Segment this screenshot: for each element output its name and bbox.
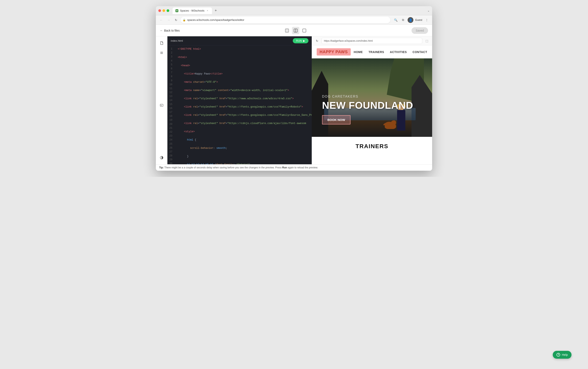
back-to-files-label: Back to files — [164, 29, 180, 32]
hp-trainers-section: TRAINERS — [312, 137, 432, 156]
list-svg-icon — [160, 51, 164, 55]
hp-hero-subtitle: DOG CARETAKERS — [322, 95, 413, 98]
search-icon[interactable]: 🔍 — [393, 17, 399, 23]
forward-button[interactable]: → — [166, 17, 172, 23]
list-icon[interactable] — [158, 50, 165, 56]
tip-text2: again to reload the preview. — [288, 166, 318, 169]
keyboard-icon[interactable] — [158, 102, 165, 109]
editor-sidebar — [156, 36, 167, 164]
preview-panel: ↻ ⬚ HAPPY PAWS HOME TRAINERS ACTIVITIES … — [312, 36, 432, 164]
tip-text: There might be a a couple of seconds del… — [164, 166, 282, 169]
editor-main: index.html RUN ▶ 12345 678910 1112131415… — [156, 36, 432, 164]
active-tab[interactable]: W Spaces - W3schools × — [173, 7, 212, 14]
contrast-svg-icon — [160, 156, 164, 160]
address-actions: 🔍 ⧉ 👤 Guest ⋮ — [393, 17, 430, 23]
traffic-lights — [158, 9, 169, 12]
hp-nav-links: HOME TRAINERS ACTIVITIES CONTACT — [354, 50, 427, 54]
extensions-icon[interactable]: ⧉ — [400, 17, 406, 23]
back-arrow-icon: ← — [160, 29, 163, 32]
tip-run-label: Run — [282, 166, 287, 169]
browser-menu-button[interactable]: ⋮ — [424, 17, 430, 23]
hp-nav-trainers[interactable]: TRAINERS — [369, 50, 384, 54]
window-controls: ⌄ — [427, 9, 430, 12]
layout-code-only-button[interactable] — [283, 27, 291, 34]
preview-external-link-button[interactable]: ⬚ — [424, 38, 430, 44]
refresh-button[interactable]: ↻ — [173, 17, 179, 23]
hp-navbar: HAPPY PAWS HOME TRAINERS ACTIVITIES CONT… — [312, 45, 432, 58]
run-label: RUN — [296, 39, 302, 42]
preview-url-input[interactable] — [322, 38, 422, 44]
code-area[interactable]: 12345 678910 1112131415 1617181920 21222… — [167, 45, 312, 164]
hp-book-now-button[interactable]: BOOK NOW — [322, 115, 351, 124]
new-tab-button[interactable]: + — [213, 8, 218, 13]
hp-hero-overlay: DOG CARETAKERS NEW FOUNDLAND BOOK NOW — [322, 95, 413, 124]
layout-buttons — [283, 27, 308, 34]
saved-button: Saved — [412, 27, 428, 34]
tip-bar: Tip: There might be a a couple of second… — [156, 164, 432, 171]
svg-rect-4 — [303, 29, 306, 32]
hp-nav-home[interactable]: HOME — [354, 50, 363, 54]
website-preview: HAPPY PAWS HOME TRAINERS ACTIVITIES CONT… — [312, 45, 432, 164]
minimize-button[interactable] — [162, 9, 165, 12]
layout-split-button[interactable] — [292, 27, 299, 34]
maximize-button[interactable] — [167, 9, 169, 12]
tab-close-button[interactable]: × — [206, 9, 209, 12]
run-arrow-icon: ▶ — [303, 39, 305, 42]
tip-prefix: Tip: — [159, 166, 164, 169]
layout-split-icon — [294, 29, 297, 32]
run-button[interactable]: RUN ▶ — [293, 38, 308, 43]
preview-refresh-button[interactable]: ↻ — [314, 38, 320, 44]
tab-title: Spaces - W3schools — [180, 9, 205, 12]
hp-nav-activities[interactable]: ACTIVITIES — [390, 50, 407, 54]
hp-hero-title: NEW FOUNDLAND — [322, 100, 413, 111]
hero-scene: DOG CARETAKERS NEW FOUNDLAND BOOK NOW — [312, 58, 432, 137]
lock-icon: 🔒 — [183, 19, 186, 21]
layout-preview-only-button[interactable] — [301, 27, 308, 34]
hp-logo: HAPPY PAWS — [317, 48, 351, 55]
code-editor-panel: index.html RUN ▶ 12345 678910 1112131415… — [167, 36, 312, 164]
address-bar: ← → ↻ 🔒 🔍 ⧉ 👤 Guest ⋮ — [156, 15, 432, 25]
layout-preview-only-icon — [303, 29, 306, 32]
editor-toolbar: ← Back to files Saved — [156, 25, 432, 36]
file-name-label: index.html — [171, 39, 183, 42]
close-button[interactable] — [158, 9, 161, 12]
code-editor-header: index.html RUN ▶ — [167, 36, 312, 45]
user-label: Guest — [415, 18, 422, 21]
tab-bar: W Spaces - W3schools × + — [173, 7, 427, 14]
tab-favicon: W — [176, 9, 178, 12]
address-input[interactable] — [181, 17, 390, 23]
hp-hero-section: DOG CARETAKERS NEW FOUNDLAND BOOK NOW — [312, 58, 432, 137]
layout-code-only-icon — [285, 29, 289, 32]
svg-rect-8 — [160, 104, 163, 106]
keyboard-svg-icon — [160, 104, 163, 107]
file-svg-icon — [160, 41, 164, 45]
file-icon[interactable] — [158, 40, 165, 46]
address-input-wrapper: 🔒 — [181, 17, 390, 23]
back-to-files-link[interactable]: ← Back to files — [160, 29, 180, 32]
contrast-icon[interactable] — [158, 154, 165, 161]
browser-window: W Spaces - W3schools × + ⌄ ← → ↻ 🔒 🔍 ⧉ 👤… — [156, 6, 432, 171]
avatar[interactable]: 👤 — [408, 17, 413, 23]
hp-nav-contact[interactable]: CONTACT — [412, 50, 427, 54]
preview-header: ↻ ⬚ — [312, 36, 432, 45]
hp-trainers-title: TRAINERS — [317, 143, 427, 150]
back-button[interactable]: ← — [158, 17, 164, 23]
line-numbers: 12345 678910 1112131415 1617181920 21222… — [167, 45, 175, 164]
code-content[interactable]: <!DOCTYPE html> <html> <head> <title>Hap… — [175, 45, 312, 164]
title-bar: W Spaces - W3schools × + ⌄ — [156, 6, 432, 15]
